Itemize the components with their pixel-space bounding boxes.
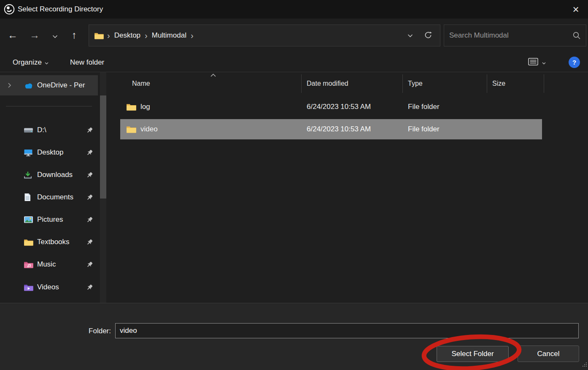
details-view-icon xyxy=(528,58,538,68)
file-type: File folder xyxy=(403,97,487,117)
refresh-icon xyxy=(424,31,432,41)
search-input[interactable] xyxy=(449,31,572,40)
sidebar-item-documents[interactable]: Documents xyxy=(0,187,98,207)
command-toolbar: Organize New folder ? xyxy=(0,53,588,72)
up-icon: ↑ xyxy=(72,29,77,41)
search-icon xyxy=(572,31,581,40)
address-dropdown-button[interactable] xyxy=(407,33,413,39)
new-folder-label: New folder xyxy=(70,58,104,67)
chevron-right-icon: › xyxy=(105,31,112,40)
sidebar-item-onedrive[interactable]: OneDrive - Perso xyxy=(0,75,98,95)
column-header-name[interactable]: Name xyxy=(120,74,302,93)
folder-icon xyxy=(94,32,104,39)
column-header-date-modified[interactable]: Date modified xyxy=(302,74,403,93)
obs-logo-icon xyxy=(3,3,15,15)
back-button[interactable]: ← xyxy=(4,24,21,46)
pin-icon xyxy=(86,149,94,156)
address-bar[interactable]: › Desktop › Multimodal › xyxy=(89,24,440,46)
pin-icon xyxy=(86,127,94,134)
onedrive-cloud-icon xyxy=(24,82,34,89)
pin-icon xyxy=(86,216,94,223)
chevron-right-icon: › xyxy=(143,31,149,40)
file-name: log xyxy=(140,103,150,111)
sidebar-item-label: Videos xyxy=(37,283,85,291)
column-header-type[interactable]: Type xyxy=(403,74,487,93)
back-icon: ← xyxy=(8,29,18,41)
sidebar-item-textbooks[interactable]: Textbooks xyxy=(0,232,98,252)
videos-folder-icon xyxy=(24,284,34,291)
sidebar-item-videos[interactable]: Videos xyxy=(0,277,98,297)
chevron-right-icon: › xyxy=(189,31,195,40)
sidebar-item-label: Downloads xyxy=(37,171,85,179)
pictures-icon xyxy=(24,216,34,223)
column-header-label: Name xyxy=(132,80,150,87)
sidebar-item-label: OneDrive - Perso xyxy=(37,81,85,90)
new-folder-button[interactable]: New folder xyxy=(70,53,104,72)
file-row-log[interactable]: log 6/24/2023 10:53 AM File folder xyxy=(120,97,542,117)
music-folder-icon xyxy=(24,261,34,268)
file-date-modified: 6/24/2023 10:53 AM xyxy=(302,97,403,117)
expand-chevron-icon xyxy=(8,82,11,88)
sidebar-item-d-drive[interactable]: D:\ xyxy=(0,120,98,140)
select-folder-button[interactable]: Select Folder xyxy=(437,346,509,362)
window-title: Select Recording Directory xyxy=(18,5,103,14)
forward-button[interactable]: → xyxy=(26,24,43,46)
file-size xyxy=(487,97,542,117)
sidebar-item-label: Music xyxy=(37,260,85,269)
pin-icon xyxy=(86,284,94,291)
sidebar-item-pictures[interactable]: Pictures xyxy=(0,209,98,230)
folder-icon xyxy=(24,239,34,246)
sidebar-item-label: Pictures xyxy=(37,215,85,224)
desktop-icon xyxy=(24,149,34,156)
breadcrumb-item-multimodal[interactable]: Multimodal xyxy=(149,30,189,41)
drive-icon xyxy=(24,127,34,134)
scrollbar-track[interactable] xyxy=(100,72,106,303)
file-name: video xyxy=(140,125,158,133)
folder-icon xyxy=(126,125,136,133)
file-date-modified: 6/24/2023 10:53 AM xyxy=(302,119,403,139)
chevron-down-icon xyxy=(542,58,546,67)
file-row-video[interactable]: video 6/24/2023 10:53 AM File folder xyxy=(120,119,542,139)
up-button[interactable]: ↑ xyxy=(66,24,83,46)
column-header-size[interactable]: Size xyxy=(487,74,544,93)
navigation-sidebar: OneDrive - Perso D:\ xyxy=(0,72,110,303)
close-icon: × xyxy=(572,3,579,16)
help-button[interactable]: ? xyxy=(569,57,580,68)
cancel-button[interactable]: Cancel xyxy=(518,346,579,362)
refresh-button[interactable] xyxy=(424,31,432,41)
folder-input[interactable] xyxy=(115,323,579,338)
sidebar-item-music[interactable]: Music xyxy=(0,254,98,275)
sidebar-item-label: Documents xyxy=(37,193,85,201)
forward-icon: → xyxy=(30,29,40,41)
organize-label: Organize xyxy=(13,58,42,67)
folder-label: Folder: xyxy=(67,327,111,335)
sidebar-item-label: D:\ xyxy=(37,126,85,134)
file-dialog-window: Select Recording Directory × ← → ↑ › Des… xyxy=(0,0,588,370)
file-type: File folder xyxy=(403,119,487,139)
sidebar-item-downloads[interactable]: Downloads xyxy=(0,165,98,185)
dialog-footer: Folder: Select Folder Cancel xyxy=(0,303,588,370)
resize-grip-icon[interactable] xyxy=(582,361,587,369)
search-box xyxy=(444,24,586,46)
close-button[interactable]: × xyxy=(566,0,585,19)
pin-icon xyxy=(86,194,94,201)
downloads-icon xyxy=(24,171,34,179)
recent-locations-button[interactable] xyxy=(46,24,63,46)
breadcrumb-item-desktop[interactable]: Desktop xyxy=(112,30,143,41)
scrollbar-thumb[interactable] xyxy=(100,95,106,199)
pin-icon xyxy=(86,239,94,246)
pin-icon xyxy=(86,261,94,268)
chevron-down-icon xyxy=(45,58,49,67)
view-options-button[interactable] xyxy=(528,53,546,72)
help-icon: ? xyxy=(572,59,576,66)
sidebar-item-desktop[interactable]: Desktop xyxy=(0,142,98,163)
column-header-label: Type xyxy=(408,80,423,87)
documents-icon xyxy=(24,193,34,201)
folder-icon xyxy=(126,103,136,111)
titlebar: Select Recording Directory × xyxy=(0,0,588,19)
sidebar-item-label: Textbooks xyxy=(37,238,85,246)
column-header-label: Size xyxy=(492,80,505,87)
chevron-down-icon xyxy=(407,33,413,39)
chevron-down-icon xyxy=(52,29,58,41)
organize-button[interactable]: Organize xyxy=(13,53,49,72)
